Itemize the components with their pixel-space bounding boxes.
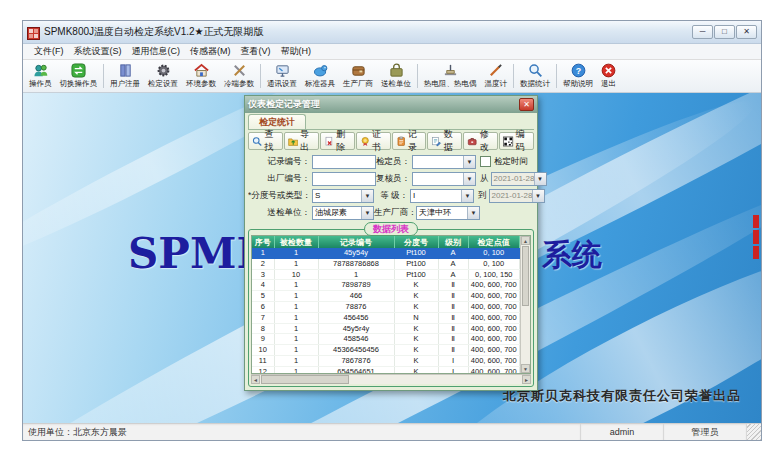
switch-operator-button[interactable]: 切换操作员 bbox=[56, 61, 102, 91]
resize-grip[interactable] bbox=[747, 424, 761, 440]
table-row[interactable]: 2178788786868Pt100A0, 100 bbox=[252, 258, 520, 269]
date-from-combo[interactable]: 2021-01-28▼ bbox=[491, 172, 547, 186]
grade-combo[interactable]: I▼ bbox=[410, 189, 474, 203]
exit-button[interactable]: 退出 bbox=[597, 61, 620, 91]
delete-button[interactable]: 删除 bbox=[320, 132, 355, 150]
chevron-down-icon[interactable]: ▼ bbox=[461, 190, 473, 202]
time-filter-checkbox[interactable] bbox=[480, 156, 491, 167]
table-row[interactable]: 91458546KⅡ400, 600, 700 bbox=[252, 334, 520, 345]
manufacturer-button[interactable]: 生产厂商 bbox=[339, 61, 377, 91]
thermal-sensor-button[interactable]: 热电阻、热电偶 bbox=[420, 61, 481, 91]
table-row[interactable]: 1145y54yPt100A0, 100 bbox=[252, 248, 520, 258]
data-statistics-button[interactable]: 数据统计 bbox=[516, 61, 554, 91]
menu-item[interactable]: 通用信息(C) bbox=[127, 44, 186, 59]
record-button[interactable]: 记录 bbox=[392, 132, 427, 150]
export-button[interactable]: 导出 bbox=[284, 132, 319, 150]
horizontal-scroll-thumb[interactable] bbox=[261, 375, 349, 384]
reviewer-combo[interactable]: ▼ bbox=[412, 172, 476, 186]
chevron-down-icon[interactable]: ▼ bbox=[463, 173, 475, 185]
column-header[interactable]: 序号 bbox=[252, 236, 274, 248]
table-row[interactable]: 71456456NⅡ400, 600, 700 bbox=[252, 312, 520, 323]
user-register-button[interactable]: 用户注册 bbox=[106, 61, 144, 91]
records-table-wrap: 序号被检数量记录编号分度号级别检定点值 1145y54yPt100A0, 100… bbox=[251, 235, 531, 374]
thermometer-button[interactable]: 温度计 bbox=[481, 61, 512, 91]
table-row[interactable]: 10145366456456KⅡ400, 600, 700 bbox=[252, 345, 520, 356]
minimize-button[interactable]: ─ bbox=[692, 25, 713, 39]
data-list-groupbox: 数据列表 序号被检数量记录编号分度号级别检定点值 1145y54yPt100A0… bbox=[248, 229, 534, 387]
scroll-down-icon[interactable]: ▼ bbox=[521, 364, 530, 373]
table-cell: 1 bbox=[274, 291, 318, 302]
manufacturer-combo[interactable]: 天津中环▼ bbox=[416, 206, 480, 220]
table-cell: 0, 100 bbox=[468, 258, 520, 269]
encode-button[interactable]: 编码 bbox=[499, 132, 534, 150]
chevron-down-icon[interactable]: ▼ bbox=[467, 207, 479, 219]
decorative-marks bbox=[753, 215, 759, 259]
vertical-scroll-thumb[interactable] bbox=[522, 246, 529, 306]
column-header[interactable]: 检定点值 bbox=[468, 236, 520, 248]
standard-instruments-button[interactable]: 标准器具 bbox=[301, 61, 339, 91]
table-row[interactable]: 417898789KⅡ400, 600, 700 bbox=[252, 280, 520, 291]
column-header[interactable]: 被检数量 bbox=[274, 236, 318, 248]
calibration-settings-button[interactable]: 检定设置 bbox=[144, 61, 182, 91]
table-row[interactable]: 8145y5r4yKⅡ400, 600, 700 bbox=[252, 323, 520, 334]
table-cell: 45y5r4y bbox=[318, 323, 394, 334]
data-button[interactable]: 数据 bbox=[427, 132, 462, 150]
tab-statistics[interactable]: 检定统计 bbox=[248, 114, 306, 129]
operator-button[interactable]: 操作员 bbox=[25, 61, 56, 91]
toolbar-button-label: 检定设置 bbox=[148, 79, 178, 89]
toolbar-button-label: 通讯设置 bbox=[267, 79, 297, 89]
help-button[interactable]: ?帮助说明 bbox=[559, 61, 597, 91]
table-header-row: 序号被检数量记录编号分度号级别检定点值 bbox=[252, 236, 520, 248]
modify-button[interactable]: 修改 bbox=[463, 132, 498, 150]
record-number-input[interactable] bbox=[312, 155, 376, 169]
maximize-button[interactable]: □ bbox=[714, 25, 735, 39]
dialog-button-label: 查找 bbox=[264, 128, 278, 154]
scroll-right-icon[interactable]: ► bbox=[522, 375, 531, 384]
certificate-button[interactable]: 证书 bbox=[356, 132, 391, 150]
find-button[interactable]: 查找 bbox=[248, 132, 283, 150]
chevron-down-icon[interactable]: ▼ bbox=[534, 173, 546, 185]
dialog-title-bar[interactable]: 仪表检定记录管理 ✕ bbox=[245, 96, 537, 113]
environment-params-button[interactable]: 环境参数 bbox=[182, 61, 220, 91]
column-header[interactable]: 分度号 bbox=[394, 236, 438, 248]
menu-item[interactable]: 查看(V) bbox=[236, 44, 276, 59]
comm-settings-button[interactable]: 通讯设置 bbox=[263, 61, 301, 91]
chevron-down-icon[interactable]: ▼ bbox=[361, 207, 373, 219]
menu-item[interactable]: 文件(F) bbox=[29, 44, 69, 59]
chevron-down-icon[interactable]: ▼ bbox=[532, 190, 544, 202]
menu-item[interactable]: 帮助(H) bbox=[276, 44, 317, 59]
verifier-combo[interactable]: ▼ bbox=[412, 155, 476, 169]
table-cell: 1 bbox=[252, 248, 274, 258]
chevron-down-icon[interactable]: ▼ bbox=[463, 156, 475, 168]
table-cell: 7 bbox=[252, 312, 274, 323]
column-header[interactable]: 记录编号 bbox=[318, 236, 394, 248]
column-header[interactable]: 级别 bbox=[438, 236, 468, 248]
inspection-unit-combo[interactable]: 油城尿素▼ bbox=[312, 206, 374, 220]
date-to-combo[interactable]: 2021-01-28▼ bbox=[489, 189, 545, 203]
vertical-scrollbar[interactable]: ▲ ▼ bbox=[520, 236, 530, 373]
type-combo[interactable]: S▼ bbox=[312, 189, 374, 203]
table-row[interactable]: 121654564651KⅠ400, 600, 700 bbox=[252, 366, 520, 373]
scroll-up-icon[interactable]: ▲ bbox=[521, 236, 530, 245]
menu-item[interactable]: 传感器(M) bbox=[185, 44, 236, 59]
table-row[interactable]: 3101Pt100A0, 100, 150 bbox=[252, 269, 520, 280]
dialog-close-icon[interactable]: ✕ bbox=[519, 98, 534, 111]
cold-junction-params-button[interactable]: 冷端参数 bbox=[220, 61, 258, 91]
chevron-down-icon[interactable]: ▼ bbox=[361, 190, 373, 202]
table-row[interactable]: 6178876KⅡ400, 600, 700 bbox=[252, 301, 520, 312]
inspection-unit-button[interactable]: 送检单位 bbox=[377, 61, 415, 91]
scroll-left-icon[interactable]: ◄ bbox=[251, 375, 260, 384]
export-icon bbox=[288, 135, 298, 148]
table-row[interactable]: 51466KⅡ400, 600, 700 bbox=[252, 291, 520, 302]
window-title: SPMK800J温度自动检定系统V1.2★正式无限期版 bbox=[44, 25, 264, 39]
title-bar[interactable]: SPMK800J温度自动检定系统V1.2★正式无限期版 ─ □ ✕ bbox=[23, 21, 761, 44]
table-cell: 12 bbox=[252, 366, 274, 373]
menu-item[interactable]: 系统设置(S) bbox=[69, 44, 127, 59]
close-button[interactable]: ✕ bbox=[736, 25, 757, 39]
cold-junction-icon bbox=[232, 63, 247, 78]
table-cell: 45y54y bbox=[318, 248, 394, 258]
table-row[interactable]: 1117867876KⅠ400, 600, 700 bbox=[252, 355, 520, 366]
toolbar-button-label: 数据统计 bbox=[520, 79, 550, 89]
horizontal-scrollbar[interactable]: ◄ ► bbox=[251, 374, 531, 384]
factory-number-input[interactable] bbox=[312, 172, 376, 186]
